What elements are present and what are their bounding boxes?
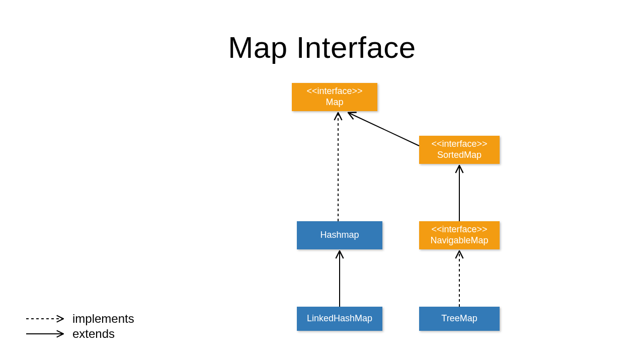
node-treemap: TreeMap <box>419 307 500 331</box>
node-label: TreeMap <box>441 313 477 324</box>
node-hashmap: Hashmap <box>297 221 382 249</box>
legend-arrow-extends <box>25 329 65 338</box>
stereotype-label: <<interface>> <box>431 224 487 235</box>
node-linkedhashmap: LinkedHashMap <box>297 307 382 331</box>
diagram-title: Map Interface <box>0 30 644 65</box>
legend-label-implements: implements <box>72 312 134 326</box>
node-label: LinkedHashMap <box>307 313 372 324</box>
node-label: Hashmap <box>320 230 359 241</box>
node-map: <<interface>> Map <box>292 83 377 111</box>
legend-row-implements: implements <box>25 312 134 326</box>
legend-label-extends: extends <box>72 327 115 341</box>
edge-sortedmap-map <box>348 113 419 146</box>
node-label: Map <box>326 97 343 108</box>
node-sortedmap: <<interface>> SortedMap <box>419 136 500 164</box>
node-navigablemap: <<interface>> NavigableMap <box>419 221 500 249</box>
node-label: SortedMap <box>437 150 481 161</box>
legend-arrow-implements <box>25 314 65 323</box>
node-label: NavigableMap <box>430 235 488 246</box>
stereotype-label: <<interface>> <box>306 86 362 97</box>
legend: implements extends <box>25 311 134 342</box>
stereotype-label: <<interface>> <box>431 139 487 150</box>
legend-row-extends: extends <box>25 327 134 341</box>
